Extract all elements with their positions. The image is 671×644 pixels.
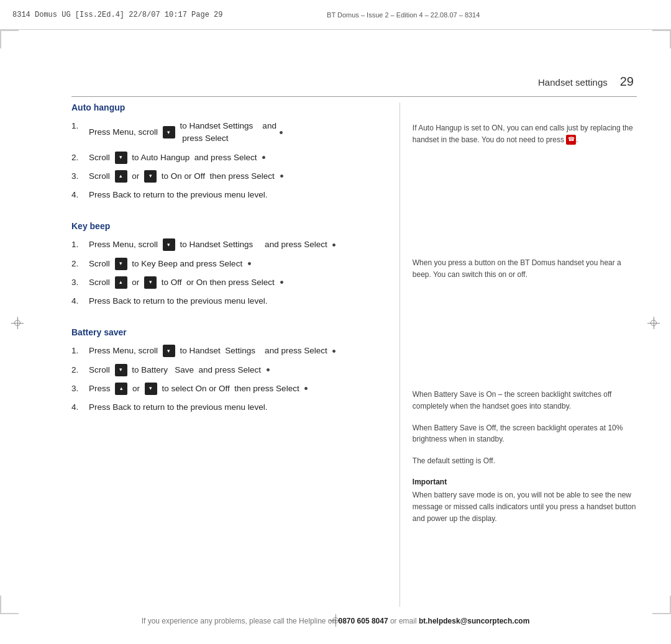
- red-phone-icon: ☎: [566, 135, 576, 145]
- step-item: 2. Scroll ▾ to Auto Hangup and press Sel…: [71, 152, 387, 164]
- auto-hangup-section: Auto hangup 1. Press Menu, scroll ▾ to H…: [71, 102, 387, 201]
- step-item: 3. Scroll ▴ or ▾ to Off or On then press…: [71, 276, 387, 289]
- down-btn-icon: ▾: [145, 383, 157, 395]
- step-item: 4. Press Back to return to the previous …: [71, 401, 387, 414]
- corner-mark-tr: [652, 30, 671, 48]
- step-item: 3. Scroll ▴ or ▾ to On or Off then press…: [71, 170, 387, 183]
- up-btn-icon: ▴: [115, 276, 127, 289]
- auto-hangup-title: Auto hangup: [71, 102, 387, 112]
- header-center-text: BT Domus – Issue 2 – Edition 4 – 22.08.0…: [327, 11, 480, 19]
- down-btn-icon: ▾: [115, 152, 127, 164]
- footer: If you experience any problems, please c…: [0, 617, 671, 625]
- down-btn-icon: ▾: [115, 364, 127, 376]
- down-btn-icon: ▾: [144, 276, 157, 289]
- battery-saver-section: Battery saver 1. Press Menu, scroll ▾ to…: [71, 327, 387, 414]
- step-item: 2. Scroll ▾ to Battery Save and press Se…: [71, 364, 387, 376]
- step-item: 1. Press Menu, scroll ▾ to Handset Setti…: [71, 120, 387, 145]
- main-content: Auto hangup 1. Press Menu, scroll ▾ to H…: [71, 102, 637, 607]
- step-item: 1. Press Menu, scroll ▾ to Handset Setti…: [71, 345, 387, 357]
- footer-text-before: If you experience any problems, please c…: [142, 617, 339, 625]
- header-bar: 8314 Domus UG [Iss.2Ed.4] 22/8/07 10:17 …: [0, 0, 671, 30]
- down-btn-icon: ▾: [163, 345, 175, 357]
- key-beep-note: When you press a button on the BT Domus …: [413, 257, 637, 280]
- header-left-text: 8314 Domus UG [Iss.2Ed.4] 22/8/07 10:17 …: [12, 11, 222, 19]
- page-title-area: Handset settings 29: [538, 75, 634, 89]
- key-beep-title: Key beep: [71, 221, 387, 231]
- battery-saver-title: Battery saver: [71, 327, 387, 337]
- up-btn-icon: ▴: [115, 383, 127, 395]
- left-crosshair: [11, 317, 24, 329]
- down-btn-icon: ▾: [163, 238, 175, 251]
- key-beep-section: Key beep 1. Press Menu, scroll ▾ to Hand…: [71, 221, 387, 307]
- key-beep-steps: 1. Press Menu, scroll ▾ to Handset Setti…: [71, 238, 387, 307]
- down-btn-icon: ▾: [144, 170, 157, 183]
- auto-hangup-steps: 1. Press Menu, scroll ▾ to Handset Setti…: [71, 120, 387, 201]
- page-number: 29: [620, 75, 634, 89]
- down-btn-icon: ▾: [163, 126, 175, 138]
- footer-email: bt.helpdesk@suncorptech.com: [419, 617, 529, 625]
- page-title: Handset settings: [538, 77, 608, 88]
- right-crosshair: [647, 317, 660, 329]
- left-column: Auto hangup 1. Press Menu, scroll ▾ to H…: [71, 102, 399, 607]
- corner-mark-bl: [0, 596, 19, 614]
- step-item: 1. Press Menu, scroll ▾ to Handset Setti…: [71, 238, 387, 251]
- footer-text-mid: or email: [388, 617, 419, 625]
- important-label: Important: [413, 476, 637, 488]
- corner-mark-br: [652, 596, 671, 614]
- step-item: 3. Press ▴ or ▾ to select On or Off then…: [71, 383, 387, 395]
- section-divider: [71, 96, 637, 97]
- footer-phone: 0870 605 8047: [339, 617, 388, 625]
- auto-hangup-note: If Auto Hangup is set to ON, you can end…: [413, 122, 637, 145]
- step-item: 2. Scroll ▾ to Key Beep and press Select: [71, 258, 387, 270]
- up-btn-icon: ▴: [115, 170, 127, 183]
- corner-mark-tl: [0, 30, 19, 48]
- battery-saver-note: When Battery Save is On – the screen bac…: [413, 389, 637, 524]
- right-column: If Auto Hangup is set to ON, you can end…: [399, 102, 637, 607]
- battery-saver-steps: 1. Press Menu, scroll ▾ to Handset Setti…: [71, 345, 387, 414]
- down-btn-icon: ▾: [115, 258, 127, 270]
- step-item: 4. Press Back to return to the previous …: [71, 189, 387, 201]
- step-item: 4. Press Back to return to the previous …: [71, 295, 387, 307]
